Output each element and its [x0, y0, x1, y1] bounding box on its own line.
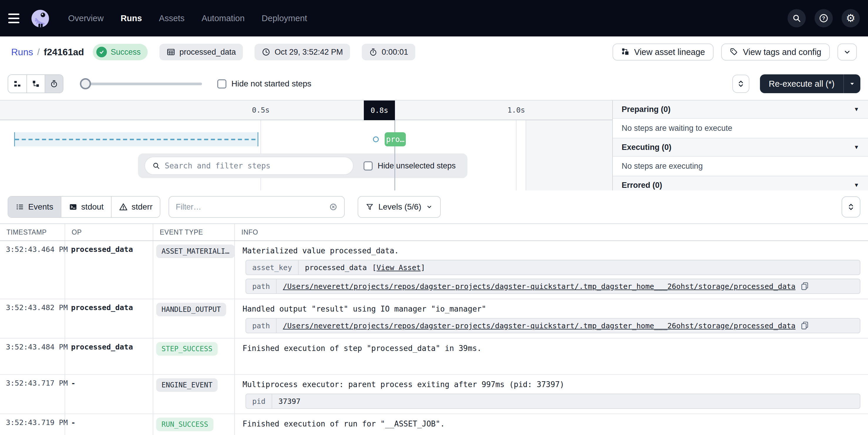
status-section-header[interactable]: Errored (0) ▼: [613, 176, 868, 191]
tab-stdout[interactable]: stdout: [61, 197, 111, 217]
unfold-icon: [846, 203, 856, 211]
column-header: INFO: [235, 224, 868, 240]
event-log-table: TIMESTAMPOPEVENT TYPEINFO 3:52:43.464 PM…: [0, 223, 868, 435]
copy-icon[interactable]: [801, 321, 809, 330]
chevron-down-icon: [426, 203, 433, 210]
expand-collapse-panes-button[interactable]: [732, 75, 749, 93]
step-search-box: [145, 157, 353, 175]
view-tags-config-label: View tags and config: [743, 47, 821, 57]
copy-icon[interactable]: [801, 282, 809, 291]
view-asset-lineage-label: View asset lineage: [634, 47, 705, 57]
lineage-icon: [621, 48, 630, 56]
funnel-icon: [366, 203, 374, 211]
path-link[interactable]: /Users/neverett/projects/repos/dagster-p…: [283, 282, 796, 291]
event-row[interactable]: 3:52:43.464 PM processed_data ASSET_MATE…: [0, 241, 868, 299]
event-metadata: asset_key processed_data [View Asset] pa…: [243, 260, 860, 294]
hide-not-started-checkbox[interactable]: [217, 79, 226, 88]
run-status-panel: Preparing (0) ▼ No steps are waiting to …: [612, 100, 868, 191]
gantt-timed-view-button[interactable]: [44, 75, 63, 93]
status-section-body: No steps are executing: [613, 157, 868, 176]
path-link[interactable]: /Users/neverett/projects/repos/dagster-p…: [283, 322, 796, 330]
search-icon: [152, 162, 160, 170]
status-label: Success: [111, 48, 141, 57]
reexecute-dropdown-button[interactable]: [843, 75, 860, 93]
event-op: processed_data: [65, 241, 153, 299]
gantt-view-mode-toggle: [8, 75, 63, 93]
event-info-text: Multiprocess executor: parent process ex…: [243, 379, 860, 390]
clear-filter-icon[interactable]: [329, 203, 338, 211]
nav-item[interactable]: Automation: [202, 13, 245, 23]
status-section-header[interactable]: Preparing (0) ▼: [613, 100, 868, 119]
hide-unselected-checkbox-group[interactable]: Hide unselected steps: [364, 162, 456, 171]
expand-log-pane-button[interactable]: [842, 196, 860, 218]
view-asset-lineage-button[interactable]: View asset lineage: [613, 44, 714, 61]
event-info-cell: Finished execution of run for "__ASSET_J…: [235, 414, 868, 435]
hide-not-started-checkbox-group[interactable]: Hide not started steps: [217, 79, 311, 88]
nav-item[interactable]: Assets: [159, 13, 184, 23]
event-row[interactable]: 3:52:43.717 PM - ENGINE_EVENT Multiproce…: [0, 375, 868, 414]
tab-stderr[interactable]: stderr: [111, 197, 160, 217]
event-info-text: Finished execution of run for "__ASSET_J…: [243, 418, 860, 429]
run-header: Runs / f24161ad Success processed_data O…: [0, 36, 868, 67]
event-log-rows: 3:52:43.464 PM processed_data ASSET_MATE…: [0, 241, 868, 435]
hide-unselected-checkbox[interactable]: [364, 162, 373, 171]
tag-icon: [730, 48, 739, 56]
status-section: Preparing (0) ▼ No steps are waiting to …: [613, 100, 868, 139]
menu-icon[interactable]: [8, 9, 26, 27]
levels-filter-button[interactable]: Levels (5/6): [358, 196, 440, 218]
slider-handle[interactable]: [80, 78, 91, 89]
event-type-cell: STEP_SUCCESS: [153, 339, 235, 374]
asset-tag-label: processed_data: [179, 48, 236, 57]
log-filter-input[interactable]: [176, 203, 329, 212]
metadata-value: /Users/neverett/projects/repos/dagster-p…: [277, 279, 815, 293]
metadata-value-text: processed_data: [305, 263, 367, 272]
gantt-controls: Hide not started steps Re-execute all (*…: [0, 67, 868, 100]
view-tags-config-button[interactable]: View tags and config: [721, 44, 830, 61]
view-asset-link[interactable]: View Asset: [376, 263, 421, 272]
gantt-zoom-slider[interactable]: [80, 75, 202, 93]
caret-down-icon: ▼: [854, 106, 859, 113]
event-type-badge: ASSET_MATERIALI…: [156, 244, 235, 258]
step-bar-processed-data[interactable]: pro…: [385, 132, 406, 146]
status-section-header[interactable]: Executing (0) ▼: [613, 139, 868, 157]
run-id: f24161ad: [44, 47, 84, 58]
event-row[interactable]: 3:52:43.719 PM - RUN_SUCCESS Finished ex…: [0, 414, 868, 435]
help-icon[interactable]: ?: [814, 9, 833, 27]
ruler-tick: 1.0s: [507, 100, 525, 120]
timer-view-icon: [50, 79, 58, 88]
event-row[interactable]: 3:52:43.484 PM processed_data STEP_SUCCE…: [0, 339, 868, 375]
breadcrumb-runs-link[interactable]: Runs: [11, 47, 33, 58]
reexecute-all-button[interactable]: Re-execute all (*): [760, 75, 843, 93]
search-icon[interactable]: [787, 9, 806, 27]
slider-track[interactable]: [80, 83, 202, 85]
event-info-text: Handled output "result" using IO manager…: [243, 303, 860, 315]
column-header: TIMESTAMP: [0, 224, 65, 240]
more-run-actions-button[interactable]: [837, 44, 857, 61]
cursor-line: [394, 120, 395, 191]
header-actions: View asset lineage View tags and config: [613, 44, 857, 61]
ruler-tick: 0.5s: [252, 100, 270, 120]
log-filter-box: [168, 196, 345, 218]
caret-down-icon: ▼: [854, 144, 859, 150]
event-row[interactable]: 3:52:43.482 PM processed_data HANDLED_OU…: [0, 299, 868, 339]
timer-icon: [369, 48, 378, 56]
breadcrumb-separator: /: [37, 47, 40, 57]
tab-stdout-label: stdout: [81, 202, 104, 212]
cursor-time-tooltip: 0.8s: [364, 100, 395, 120]
step-search-input[interactable]: [165, 162, 346, 170]
tab-events[interactable]: Events: [8, 197, 61, 217]
nav-links: OverviewRunsAssetsAutomationDeployment: [68, 13, 307, 23]
nav-item[interactable]: Overview: [68, 13, 104, 23]
dagster-logo[interactable]: [31, 8, 50, 28]
asset-tag-badge[interactable]: processed_data: [159, 44, 243, 60]
event-metadata: path /Users/neverett/projects/repos/dags…: [243, 318, 860, 333]
metadata-key: pid: [246, 394, 272, 408]
gantt-flat-view-button[interactable]: [8, 75, 26, 93]
nav-item[interactable]: Runs: [121, 13, 142, 23]
settings-icon[interactable]: ⚙: [842, 9, 860, 27]
event-op: -: [65, 375, 153, 413]
nav-item[interactable]: Deployment: [261, 13, 307, 23]
status-badge: Success: [93, 44, 148, 60]
gantt-waterfall-view-button[interactable]: [26, 75, 44, 93]
event-log-header: TIMESTAMPOPEVENT TYPEINFO: [0, 224, 868, 241]
